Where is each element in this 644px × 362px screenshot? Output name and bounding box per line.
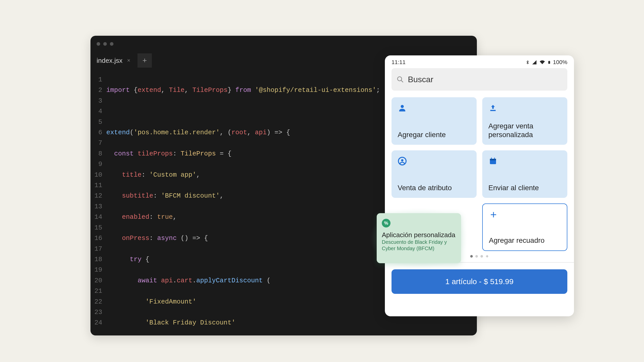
line-number-gutter: 123456789101112131415161718192021222324 (90, 75, 106, 335)
checkout-button[interactable]: 1 artículo - $ 519.99 (392, 269, 567, 294)
tile-add-custom-sale[interactable]: Agregar venta personalizada (482, 97, 567, 145)
status-battery: 100% (553, 59, 567, 66)
person-icon (398, 103, 407, 113)
tile-label: Agregar recuadro (489, 236, 561, 245)
svg-point-4 (401, 159, 404, 162)
search-input[interactable] (408, 75, 562, 84)
svg-rect-6 (490, 159, 496, 160)
close-icon[interactable]: × (127, 57, 130, 64)
svg-point-2 (401, 105, 404, 108)
svg-rect-7 (491, 158, 492, 159)
status-indicators: 100% (525, 59, 567, 66)
new-tab-button[interactable]: + (137, 53, 152, 68)
tile-add-customer[interactable]: Agregar cliente (392, 97, 477, 145)
pager-dot[interactable] (480, 255, 483, 258)
window-close-icon[interactable] (97, 42, 100, 46)
pager-dot[interactable] (475, 255, 478, 258)
wifi-icon (539, 60, 545, 65)
code-body[interactable]: import {extend, Tile, TileProps} from '@… (106, 75, 380, 335)
battery-icon (547, 59, 551, 65)
window-controls (97, 42, 113, 46)
tile-label: Enviar al cliente (488, 184, 561, 192)
tile-send-to-customer[interactable]: Enviar al cliente (482, 150, 567, 198)
cellular-icon (532, 60, 537, 65)
tile-custom-app[interactable]: % Aplicación personalizada Descuento de … (377, 213, 461, 263)
window-titlebar (90, 36, 477, 52)
highlighted-tile-glow: % Aplicación personalizada Descuento de … (371, 208, 467, 269)
svg-line-1 (401, 80, 403, 82)
mobile-status-bar: 11:11 100% (385, 55, 574, 68)
tile-label: Agregar venta personalizada (488, 122, 561, 139)
upload-icon (488, 103, 498, 113)
tile-add-new[interactable]: Agregar recuadro (482, 203, 567, 251)
bluetooth-icon (525, 60, 530, 65)
svg-rect-8 (494, 158, 495, 159)
mobile-device-frame: 11:11 100% (385, 55, 574, 316)
tile-attribute-sale[interactable]: Venta de atributo (392, 150, 477, 198)
search-bar[interactable] (392, 68, 567, 91)
tile-label: Agregar cliente (398, 130, 470, 139)
discount-icon: % (382, 219, 390, 227)
tab-file[interactable]: index.jsx × (90, 52, 136, 69)
custom-tile-subtitle: Descuento de Black Friday y Cyber Monday… (382, 239, 456, 252)
window-minimize-icon[interactable] (103, 42, 107, 46)
status-time: 11:11 (392, 59, 406, 66)
pager-dot[interactable] (470, 255, 473, 258)
window-zoom-icon[interactable] (110, 42, 113, 46)
user-circle-icon (398, 156, 407, 166)
plus-icon (489, 210, 498, 219)
pager-add-icon[interactable]: + (486, 255, 489, 258)
calendar-icon (488, 156, 498, 166)
custom-tile-title: Aplicación personalizada (382, 231, 456, 239)
tile-label: Venta de atributo (398, 184, 470, 192)
search-icon (397, 76, 404, 83)
tab-filename: index.jsx (97, 57, 122, 65)
